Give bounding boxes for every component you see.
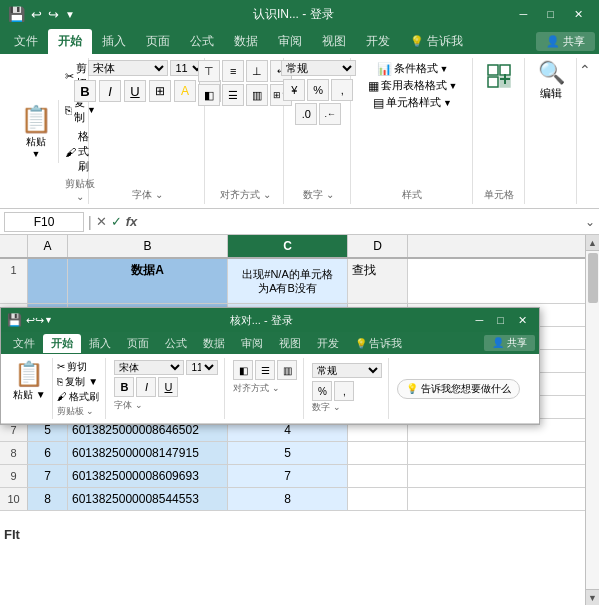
cell-d10[interactable] bbox=[348, 488, 408, 510]
overlay-comma-btn[interactable]: , bbox=[334, 381, 354, 401]
cell-b1[interactable]: 数据A bbox=[68, 259, 228, 303]
overlay-align-center-btn[interactable]: ☰ bbox=[255, 360, 275, 380]
overlay-underline-btn[interactable]: U bbox=[158, 377, 178, 397]
maximize-btn[interactable]: □ bbox=[539, 6, 562, 23]
name-box[interactable] bbox=[4, 212, 84, 232]
percent-btn[interactable]: % bbox=[307, 79, 329, 101]
scroll-down-btn[interactable]: ▼ bbox=[586, 589, 599, 605]
overlay-tab-data[interactable]: 数据 bbox=[195, 334, 233, 353]
font-family-select[interactable]: 宋体 bbox=[88, 60, 168, 76]
overlay-percent-btn[interactable]: % bbox=[312, 381, 332, 401]
overlay-font-family[interactable]: 宋体 bbox=[114, 360, 184, 375]
fill-color-btn[interactable]: A bbox=[174, 80, 196, 102]
overlay-tellme-input[interactable]: 💡 告诉我您想要做什么 bbox=[397, 379, 520, 399]
underline-btn[interactable]: U bbox=[124, 80, 146, 102]
search-btn[interactable]: 🔍 编辑 bbox=[538, 60, 565, 101]
cell-c9[interactable]: 7 bbox=[228, 465, 348, 487]
increase-decimal-btn[interactable]: .0 bbox=[295, 103, 317, 125]
vertical-scrollbar[interactable]: ▲ ▼ bbox=[585, 235, 599, 605]
overlay-tab-page[interactable]: 页面 bbox=[119, 334, 157, 353]
cell-d9[interactable] bbox=[348, 465, 408, 487]
quick-access-more[interactable]: ▼ bbox=[65, 9, 75, 20]
cell-c8[interactable]: 5 bbox=[228, 442, 348, 464]
overlay-undo-icon[interactable]: ↩ bbox=[26, 314, 35, 327]
overlay-align-left-btn[interactable]: ◧ bbox=[233, 360, 253, 380]
col-header-d[interactable]: D bbox=[348, 235, 408, 257]
tab-file[interactable]: 文件 bbox=[4, 29, 48, 54]
align-right-btn[interactable]: ▥ bbox=[246, 84, 268, 106]
overlay-italic-btn[interactable]: I bbox=[136, 377, 156, 397]
tab-search[interactable]: 💡告诉我 bbox=[400, 29, 473, 54]
overlay-paste-btn[interactable]: 📋 粘贴 ▼ bbox=[7, 358, 53, 419]
overlay-tab-view[interactable]: 视图 bbox=[271, 334, 309, 353]
confirm-formula-icon[interactable]: ✓ bbox=[111, 214, 122, 229]
overlay-more-icon[interactable]: ▼ bbox=[44, 315, 53, 325]
fx-icon[interactable]: fx bbox=[126, 214, 138, 229]
currency-btn[interactable]: ¥ bbox=[283, 79, 305, 101]
italic-btn[interactable]: I bbox=[99, 80, 121, 102]
cell-c10[interactable]: 8 bbox=[228, 488, 348, 510]
overlay-save-icon[interactable]: 💾 bbox=[7, 313, 22, 327]
cell-d8[interactable] bbox=[348, 442, 408, 464]
overlay-maximize-btn[interactable]: □ bbox=[491, 313, 510, 328]
overlay-close-btn[interactable]: ✕ bbox=[512, 313, 533, 328]
tab-dev[interactable]: 开发 bbox=[356, 29, 400, 54]
overlay-tab-formula[interactable]: 公式 bbox=[157, 334, 195, 353]
overlay-font-size[interactable]: 11 bbox=[186, 360, 218, 375]
formula-input[interactable] bbox=[141, 212, 581, 232]
conditional-format-btn[interactable]: 📊 条件格式 ▼ bbox=[375, 60, 451, 77]
tab-review[interactable]: 审阅 bbox=[268, 29, 312, 54]
overlay-cut-btn[interactable]: ✂ 剪切 bbox=[57, 360, 100, 374]
cell-b10[interactable]: 6013825000008544553 bbox=[68, 488, 228, 510]
overlay-tab-review[interactable]: 审阅 bbox=[233, 334, 271, 353]
tab-formula[interactable]: 公式 bbox=[180, 29, 224, 54]
undo-icon[interactable]: ↩ bbox=[31, 7, 42, 22]
share-button[interactable]: 👤 共享 bbox=[536, 32, 595, 51]
overlay-format-painter-btn[interactable]: 🖌 格式刷 bbox=[57, 390, 100, 404]
tab-home[interactable]: 开始 bbox=[48, 29, 92, 54]
overlay-tab-file[interactable]: 文件 bbox=[5, 334, 43, 353]
close-btn[interactable]: ✕ bbox=[566, 6, 591, 23]
align-left-btn[interactable]: ◧ bbox=[198, 84, 220, 106]
cancel-formula-icon[interactable]: ✕ bbox=[96, 214, 107, 229]
minimize-btn[interactable]: ─ bbox=[512, 6, 536, 23]
redo-icon[interactable]: ↪ bbox=[48, 7, 59, 22]
tab-data[interactable]: 数据 bbox=[224, 29, 268, 54]
table-style-btn[interactable]: ▦ 套用表格格式 ▼ bbox=[366, 77, 460, 94]
overlay-redo-icon[interactable]: ↪ bbox=[35, 314, 44, 327]
cell-style-btn[interactable]: ▤ 单元格样式 ▼ bbox=[371, 94, 454, 111]
overlay-tab-search[interactable]: 💡告诉我 bbox=[347, 334, 410, 353]
tab-page[interactable]: 页面 bbox=[136, 29, 180, 54]
cell-b8[interactable]: 6013825000008147915 bbox=[68, 442, 228, 464]
align-bottom-btn[interactable]: ⊥ bbox=[246, 60, 268, 82]
formula-expand-icon[interactable]: ⌄ bbox=[585, 215, 595, 229]
paste-btn[interactable]: 📋 粘贴 ▼ bbox=[14, 100, 59, 163]
insert-cell-btn[interactable] bbox=[483, 60, 515, 92]
cell-a1[interactable] bbox=[28, 259, 68, 303]
cell-a8[interactable]: 6 bbox=[28, 442, 68, 464]
col-header-a[interactable]: A bbox=[28, 235, 68, 257]
overlay-tab-dev[interactable]: 开发 bbox=[309, 334, 347, 353]
number-format-select[interactable]: 常规 bbox=[281, 60, 356, 76]
tab-insert[interactable]: 插入 bbox=[92, 29, 136, 54]
align-top-btn[interactable]: ⊤ bbox=[198, 60, 220, 82]
ribbon-collapse[interactable]: ⌃ bbox=[579, 58, 591, 204]
cell-a10[interactable]: 8 bbox=[28, 488, 68, 510]
overlay-number-select[interactable]: 常规 bbox=[312, 363, 382, 378]
overlay-share-btn[interactable]: 👤 共享 bbox=[484, 335, 535, 351]
overlay-align-right-btn[interactable]: ▥ bbox=[277, 360, 297, 380]
border-btn[interactable]: ⊞ bbox=[149, 80, 171, 102]
decrease-decimal-btn[interactable]: .← bbox=[319, 103, 341, 125]
bold-btn[interactable]: B bbox=[74, 80, 96, 102]
overlay-tab-home[interactable]: 开始 bbox=[43, 334, 81, 353]
collapse-icon[interactable]: ⌃ bbox=[579, 62, 591, 78]
comma-btn[interactable]: , bbox=[331, 79, 353, 101]
cell-a9[interactable]: 7 bbox=[28, 465, 68, 487]
col-header-c[interactable]: C bbox=[228, 235, 348, 257]
cell-c1[interactable]: 出现#N/A的单元格为A有B没有 bbox=[228, 259, 348, 303]
scroll-thumb[interactable] bbox=[588, 253, 598, 303]
overlay-copy-btn[interactable]: ⎘ 复制 ▼ bbox=[57, 375, 100, 389]
tab-view[interactable]: 视图 bbox=[312, 29, 356, 54]
scroll-up-btn[interactable]: ▲ bbox=[586, 235, 599, 251]
align-middle-btn[interactable]: ≡ bbox=[222, 60, 244, 82]
